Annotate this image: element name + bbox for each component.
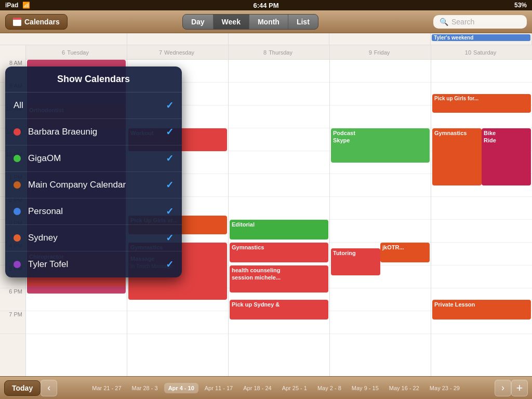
device-label: iPad [5,2,18,9]
clock: 6:44 PM [253,2,278,9]
calendar-area: Show Calendars All ✓ Barbara Braeunig ✓ … [0,33,532,376]
day-name-thu: Thursday [269,49,292,56]
show-calendars-panel: Show Calendars All ✓ Barbara Braeunig ✓ … [5,66,182,277]
prev-button[interactable]: ‹ [41,380,57,396]
tylers-weekend-event[interactable]: Tyler's weekend [432,34,530,41]
calendars-button-label: Calendars [24,18,60,26]
header-wednesday: 7 Wednesday [127,45,228,60]
event-bike-ride[interactable]: BikeRide [482,128,531,185]
range-apr4[interactable]: Apr 4 - 10 [164,383,198,393]
range-mar28[interactable]: Mar 28 - 3 [128,383,162,393]
event-pickup-sydney[interactable]: Pick up Sydney & [230,300,328,320]
calendar-main-check: ✓ [166,179,174,191]
calendar-gigaom-dot [14,155,21,162]
calendar-all-check: ✓ [166,100,174,111]
search-box[interactable]: 🔍 Search [433,15,527,29]
calendar-all-label: All [14,100,166,111]
event-gymnastics-thu[interactable]: Gymnastics [230,243,328,262]
header-thursday: 8 Thursday [229,45,329,60]
battery-label: 53% [514,2,527,9]
calendar-tyler-label: Tyler Tofel [28,259,166,270]
event-editorial[interactable]: Editorial [230,220,328,240]
range-apr11[interactable]: Apr 11 - 17 [201,383,237,393]
calendar-item-barbara[interactable]: Barbara Braeunig ✓ [5,119,182,145]
col-friday: 9 Friday PodcastSkype Tutoring [330,45,431,376]
tab-month[interactable]: Month [249,15,288,29]
calendar-sydney-label: Sydney [28,233,166,243]
calendar-barbara-label: Barbara Braeunig [28,127,166,137]
day-name-fri: Friday [374,49,390,56]
all-day-wed [127,33,229,45]
calendar-gigaom-label: GigaOM [28,153,166,164]
calendar-main-label: Main Company Calendar [28,180,166,190]
range-may16[interactable]: May 16 - 22 [385,383,423,393]
time-6pm: 6 PM [0,288,25,311]
range-may2[interactable]: May 2 - 8 [313,383,345,393]
range-may23[interactable]: May 23 - 29 [425,383,464,393]
wifi-icon: 📶 [22,2,30,9]
day-num-fri: 9 [369,49,372,56]
slots-friday: PodcastSkype Tutoring jkOTR... [330,60,431,334]
range-apr18[interactable]: Apr 18 - 24 [239,383,275,393]
calendar-item-tyler[interactable]: Tyler Tofel ✓ [5,251,182,277]
day-num-wed: 7 [159,49,162,56]
all-day-thu [229,33,330,45]
slots-thursday: Editorial Gymnastics health counselingse… [229,60,329,334]
event-pickup-girls-sat[interactable]: Pick up Girls for... [432,94,531,113]
calendar-barbara-dot [14,128,21,136]
event-private-lesson[interactable]: Private Lesson [432,300,531,320]
all-day-row: Tyler's weekend [0,33,532,45]
calendar-item-personal[interactable]: Personal ✓ [5,198,182,225]
col-thursday: 8 Thursday Editorial Gymnastic [229,45,330,376]
col-saturday: 10 Saturday Pick up Girls for... [431,45,532,376]
calendar-item-gigaom[interactable]: GigaOM ✓ [5,145,182,172]
calendar-personal-dot [14,208,21,215]
day-num-thu: 8 [263,49,267,56]
calendar-item-sydney[interactable]: Sydney ✓ [5,225,182,251]
all-day-tue [26,33,127,45]
status-right: 53% [514,2,527,9]
calendar-item-main[interactable]: Main Company Calendar ✓ [5,172,182,198]
header-tuesday: 6 Tuesday [26,45,127,60]
search-icon: 🔍 [440,18,448,26]
calendar-personal-check: ✓ [166,206,174,217]
all-day-label [0,33,26,45]
calendar-personal-label: Personal [28,206,166,217]
day-num-tue: 6 [62,49,65,56]
tab-list[interactable]: List [288,15,318,29]
range-mar21[interactable]: Mar 21 - 27 [88,383,125,393]
today-button[interactable]: Today [4,380,41,396]
date-ranges: Mar 21 - 27 Mar 28 - 3 Apr 4 - 10 Apr 11… [57,383,495,393]
event-jkotr[interactable]: jkOTR... [380,243,430,262]
event-gymnastics-sat[interactable]: Gymnastics [432,128,482,185]
bottom-bar: Today ‹ Mar 21 - 27 Mar 28 - 3 Apr 4 - 1… [0,376,532,399]
day-name-sat: Saturday [473,49,496,56]
calendar-sydney-dot [14,234,21,242]
all-day-sat: Tyler's weekend [431,33,532,45]
tab-day[interactable]: Day [183,15,214,29]
header-saturday: 10 Saturday [431,45,532,60]
range-apr25[interactable]: Apr 25 - 1 [278,383,311,393]
calendar-barbara-check: ✓ [166,126,174,138]
event-health-counseling[interactable]: health counselingsession michele... [230,265,328,292]
tab-week[interactable]: Week [214,15,249,29]
event-tutoring[interactable]: Tutoring [331,248,380,275]
all-day-fri [329,33,431,45]
event-podcast[interactable]: PodcastSkype [331,128,430,163]
range-may9[interactable]: May 9 - 15 [348,383,383,393]
calendar-item-all[interactable]: All ✓ [5,92,182,119]
day-name-wed: Wednesday [164,49,194,56]
calendars-button[interactable]: Calendars [5,14,68,30]
calendar-tyler-dot [14,261,21,268]
show-calendars-title: Show Calendars [5,66,182,92]
add-event-button[interactable]: + [511,380,528,396]
calendar-icon [13,18,21,26]
status-left: iPad 📶 [5,2,30,9]
day-name-tue: Tuesday [67,49,89,56]
day-num-sat: 10 [465,49,471,56]
view-tabs: Day Week Month List [182,14,318,30]
calendar-sydney-check: ✓ [166,232,174,244]
next-button[interactable]: › [495,380,511,396]
toolbar: Calendars Day Week Month List 🔍 Search [0,10,532,33]
header-friday: 9 Friday [330,45,431,60]
